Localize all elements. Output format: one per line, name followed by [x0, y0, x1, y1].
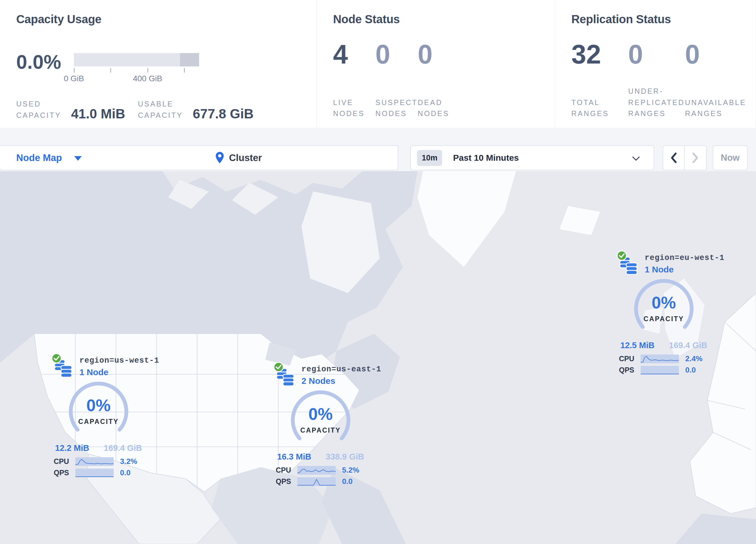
qps-value: 0.0	[342, 477, 368, 486]
region-total-capacity: 169.4 GiB	[669, 341, 707, 350]
time-forward-button[interactable]	[685, 146, 706, 170]
axis-tick-label: 400 GiB	[133, 74, 162, 83]
cpu-label: CPU	[616, 355, 634, 363]
capacity-gauge: 0% CAPACITY	[290, 390, 351, 452]
cpu-spark-row: CPU 3.2%	[51, 457, 146, 466]
axis-tick	[74, 68, 74, 72]
cpu-value: 5.2%	[342, 466, 368, 475]
cpu-sparkline	[75, 457, 114, 466]
qps-label: QPS	[616, 366, 634, 374]
capacity-usage-bar: 0 GiB 400 GiB	[74, 53, 199, 84]
cpu-spark-row: CPU 2.4%	[616, 354, 711, 363]
view-selector-dropdown[interactable]: Node Map	[16, 152, 82, 163]
used-capacity-stat: USED CAPACITY 41.0 MiB	[16, 98, 125, 121]
region-label: region=us-west-1	[79, 356, 159, 365]
region-marker-eu-west-1[interactable]: region=eu-west-1 1 Node 0% CAPACITY 12.5…	[617, 252, 710, 375]
capacity-usage-title: Capacity Usage	[16, 13, 317, 26]
cpu-label: CPU	[51, 457, 69, 466]
capacity-gauge: 0% CAPACITY	[633, 279, 695, 340]
capacity-usage-section: Capacity Usage 0.0% 0 GiB 400 GiB	[0, 0, 317, 128]
qps-label: QPS	[273, 477, 291, 486]
region-marker-us-east-1[interactable]: region=us-east-1 2 Nodes 0% CAPACITY 16.…	[274, 363, 367, 486]
cpu-spark-row: CPU 5.2%	[273, 466, 368, 475]
used-capacity-label: USED	[16, 98, 61, 110]
node-status-section: Node Status 4 LIVE NODES 0 SUSPECT NODES…	[317, 0, 555, 128]
usable-capacity-label: USABLE	[138, 98, 183, 110]
view-selector-label: Node Map	[16, 152, 62, 163]
breadcrumb-label: Cluster	[229, 152, 262, 163]
now-button[interactable]: Now	[713, 145, 748, 170]
node-map: region=us-west-1 1 Node 0% CAPACITY 12.2…	[0, 171, 756, 544]
capacity-percent: 0%	[652, 294, 676, 311]
time-range-selector[interactable]: 10m Past 10 Minutes	[410, 145, 654, 170]
node-status-title: Node Status	[333, 13, 555, 26]
region-label: region=eu-west-1	[645, 253, 724, 262]
replication-status-title: Replication Status	[571, 13, 756, 26]
suspect-nodes-metric: 0 SUSPECT NODES	[375, 41, 418, 122]
cluster-summary-bar: Capacity Usage 0.0% 0 GiB 400 GiB	[0, 0, 756, 128]
axis-tick	[110, 68, 111, 72]
time-range-badge: 10m	[417, 150, 442, 166]
chevron-left-icon	[670, 152, 678, 164]
cpu-value: 2.4%	[685, 354, 711, 363]
qps-spark-row: QPS 0.0	[616, 366, 711, 375]
qps-label: QPS	[51, 469, 69, 477]
region-label: region=us-east-1	[301, 365, 381, 374]
cpu-label: CPU	[273, 466, 291, 474]
capacity-usage-percent: 0.0%	[16, 52, 61, 72]
region-total-capacity: 338.9 GiB	[326, 452, 364, 462]
capacity-gauge: 0% CAPACITY	[68, 381, 129, 443]
capacity-percent: 0%	[308, 406, 333, 423]
cpu-value: 3.2%	[120, 457, 146, 466]
time-pager	[663, 145, 707, 170]
capacity-percent: 0%	[86, 397, 111, 414]
chevron-down-icon	[632, 156, 640, 162]
qps-sparkline	[297, 477, 336, 486]
region-total-capacity: 169.4 GiB	[104, 443, 142, 453]
map-toolbar: Node Map Cluster 10m Past 10 Minutes	[0, 144, 756, 171]
chevron-right-icon	[691, 152, 699, 164]
region-used-capacity: 12.2 MiB	[55, 443, 89, 453]
usable-capacity-stat: USABLE CAPACITY 677.8 GiB	[138, 98, 254, 121]
view-breadcrumb-bar: Node Map Cluster	[0, 145, 398, 170]
under-replicated-ranges-metric: 0 UNDER- REPLICATED RANGES	[628, 41, 685, 122]
capacity-bar-reserved-segment	[180, 53, 199, 66]
caret-down-icon	[74, 156, 82, 161]
region-node-count: 1 Node	[79, 367, 159, 377]
qps-spark-row: QPS 0.0	[51, 468, 146, 477]
status-healthy-icon	[273, 362, 284, 373]
used-capacity-value: 41.0 MiB	[71, 107, 125, 121]
qps-value: 0.0	[685, 366, 711, 375]
qps-sparkline	[75, 469, 114, 477]
capacity-label: CAPACITY	[644, 315, 684, 323]
replication-status-section: Replication Status 32 TOTAL RANGES 0 UND…	[555, 0, 756, 128]
region-node-count: 1 Node	[645, 264, 724, 275]
total-ranges-metric: 32 TOTAL RANGES	[571, 41, 628, 122]
unavailable-ranges-metric: 0 UNAVAILABLE RANGES	[685, 41, 742, 122]
cpu-sparkline	[641, 355, 679, 363]
region-node-count: 2 Nodes	[301, 376, 381, 386]
live-nodes-metric: 4 LIVE NODES	[333, 41, 375, 122]
dead-nodes-metric: 0 DEAD NODES	[418, 41, 460, 122]
usable-capacity-value: 677.8 GiB	[193, 107, 254, 121]
cpu-sparkline	[297, 466, 336, 475]
capacity-label: CAPACITY	[78, 418, 119, 426]
qps-sparkline	[641, 366, 679, 375]
region-used-capacity: 16.3 MiB	[277, 452, 311, 462]
time-back-button[interactable]	[663, 146, 685, 170]
axis-tick	[184, 68, 185, 72]
qps-spark-row: QPS 0.0	[273, 477, 368, 486]
region-marker-us-west-1[interactable]: region=us-west-1 1 Node 0% CAPACITY 12.2…	[52, 355, 145, 477]
capacity-label: CAPACITY	[300, 427, 341, 434]
map-pin-icon	[215, 151, 225, 164]
axis-tick-label: 0 GiB	[64, 74, 84, 83]
qps-value: 0.0	[120, 468, 146, 477]
status-healthy-icon	[51, 353, 62, 364]
time-range-label: Past 10 Minutes	[453, 153, 519, 163]
axis-tick	[148, 68, 148, 72]
breadcrumb[interactable]: Cluster	[215, 151, 262, 164]
region-used-capacity: 12.5 MiB	[620, 341, 655, 350]
status-healthy-icon	[616, 250, 627, 261]
